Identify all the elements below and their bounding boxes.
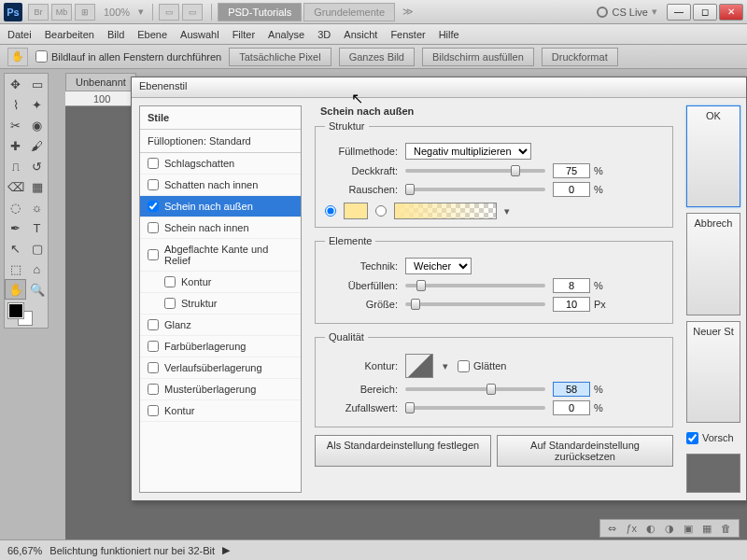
workspace-grundelemente[interactable]: Grundelemente [303,3,395,21]
technique-select[interactable]: Weicher [405,258,472,274]
link-icon[interactable]: ⇔ [608,523,616,535]
shape-tool[interactable]: ▢ [26,238,48,259]
folder-icon[interactable]: ▣ [684,523,693,535]
gradient-tool[interactable]: ▦ [26,176,48,197]
print-size-button[interactable]: Druckformat [542,48,618,66]
contour-picker[interactable] [405,354,433,378]
fill-screen-button[interactable]: Bildschirm ausfüllen [422,48,534,66]
style-bevel-texture[interactable]: Struktur [140,293,301,315]
new-style-button[interactable]: Neuer St [686,321,740,423]
blending-options-row[interactable]: Fülloptionen: Standard [140,130,301,153]
minimize-button[interactable]: — [667,4,691,21]
scroll-all-checkbox[interactable]: Bildlauf in allen Fenstern durchführen [35,50,221,63]
brush-tool[interactable]: 🖌 [26,135,48,156]
blend-mode-select[interactable]: Negativ multiplizieren [405,143,531,160]
history-brush-tool[interactable]: ↺ [26,156,48,176]
size-input[interactable] [553,297,590,312]
range-slider[interactable] [405,387,545,391]
style-pattern-overlay[interactable]: Musterüberlagerung [140,379,301,400]
3d-tool[interactable]: ⬚ [5,259,26,279]
view-extras-button[interactable]: ⊞ [75,4,95,21]
screenmode-button[interactable]: ▭ [182,4,203,21]
workspace-psd-tutorials[interactable]: PSD-Tutorials [218,3,302,21]
menu-ebene[interactable]: Ebene [137,29,167,40]
spread-slider[interactable] [405,284,545,287]
workspace-more-icon[interactable]: ≫ [402,6,414,18]
marquee-tool[interactable]: ▭ [26,74,48,94]
menu-analyse[interactable]: Analyse [268,29,304,40]
mask-icon[interactable]: ◐ [646,523,655,535]
eraser-tool[interactable]: ⌫ [5,176,26,197]
range-input[interactable] [553,382,590,397]
status-zoom[interactable]: 66,67% [7,545,42,556]
ok-button[interactable]: OK [686,105,740,207]
stamp-tool[interactable]: ⎍ [5,156,26,176]
style-outer-glow[interactable]: Schein nach außen [140,196,301,217]
size-slider[interactable] [405,302,545,306]
move-tool[interactable]: ✥ [5,74,26,94]
heal-tool[interactable]: ✚ [5,135,26,156]
new-layer-icon[interactable]: ▦ [702,523,712,535]
arrange-button[interactable]: ▭ [159,4,179,21]
opacity-input[interactable] [553,163,590,178]
wand-tool[interactable]: ✦ [26,94,48,115]
lasso-tool[interactable]: ⌇ [5,94,26,115]
menu-hilfe[interactable]: Hilfe [439,29,459,40]
menu-ansicht[interactable]: Ansicht [344,29,377,40]
jitter-slider[interactable] [405,406,545,410]
menu-3d[interactable]: 3D [317,29,331,40]
noise-input[interactable] [553,182,590,197]
cslive-button[interactable]: CS Live ▾ [597,6,657,18]
menu-fenster[interactable]: Fenster [390,29,425,40]
menu-bearbeiten[interactable]: Bearbeiten [45,29,94,40]
bridge-button[interactable]: Br [28,4,49,21]
reset-default-button[interactable]: Auf Standardeinstellung zurücksetzen [497,435,673,467]
adjustment-icon[interactable]: ◑ [665,523,674,535]
menu-filter[interactable]: Filter [233,29,255,40]
camera-tool[interactable]: ⌂ [26,259,48,279]
status-play-icon[interactable]: ▶ [222,544,230,556]
close-button[interactable]: ✕ [719,4,743,21]
zoom-tool[interactable]: 🔍 [26,279,48,300]
style-drop-shadow[interactable]: Schlagschatten [140,153,301,175]
style-inner-glow[interactable]: Schein nach innen [140,217,301,239]
maximize-button[interactable]: ◻ [693,4,717,21]
make-default-button[interactable]: Als Standardeinstellung festlegen [315,435,491,467]
cancel-button[interactable]: Abbrech [686,213,740,315]
style-gradient-overlay[interactable]: Verlaufsüberlagerung [140,357,301,379]
fit-screen-button[interactable]: Ganzes Bild [339,48,415,66]
antialias-checkbox[interactable]: Glätten [458,360,530,372]
eyedropper-tool[interactable]: ◉ [26,115,48,135]
path-tool[interactable]: ↖ [5,238,26,259]
glow-color-chip[interactable] [344,203,368,219]
menu-bild[interactable]: Bild [107,29,124,40]
hand-tool-icon[interactable]: ✋ [7,48,28,66]
style-color-overlay[interactable]: Farbüberlagerung [140,336,301,357]
crop-tool[interactable]: ✂ [5,115,26,135]
actual-pixels-button[interactable]: Tatsächliche Pixel [229,48,331,66]
zoom-display[interactable]: 100% [104,7,130,18]
style-satin[interactable]: Glanz [140,315,301,336]
glow-solid-radio[interactable] [325,205,336,217]
opacity-slider[interactable] [405,169,545,173]
jitter-input[interactable] [553,400,590,415]
dodge-tool[interactable]: ☼ [26,197,48,217]
document-tab[interactable]: Unbenannt [65,73,136,91]
blur-tool[interactable]: ◌ [5,197,26,217]
glow-gradient-chip[interactable] [394,203,497,219]
color-swatches[interactable] [5,300,48,328]
hand-tool[interactable]: ✋ [5,279,26,300]
glow-gradient-radio[interactable] [375,205,387,217]
minibridge-button[interactable]: Mb [51,4,72,21]
preview-checkbox[interactable]: Vorsch [686,432,740,444]
styles-heading[interactable]: Stile [140,106,301,130]
spread-input[interactable] [553,278,590,293]
style-bevel-contour[interactable]: Kontur [140,272,301,293]
fx-icon[interactable]: ƒx [626,523,637,534]
noise-slider[interactable] [405,188,545,191]
trash-icon[interactable]: 🗑 [721,523,731,534]
type-tool[interactable]: T [26,217,48,238]
menu-datei[interactable]: Datei [7,29,32,40]
style-bevel[interactable]: Abgeflachte Kante und Relief [140,239,301,272]
menu-auswahl[interactable]: Auswahl [180,29,219,40]
